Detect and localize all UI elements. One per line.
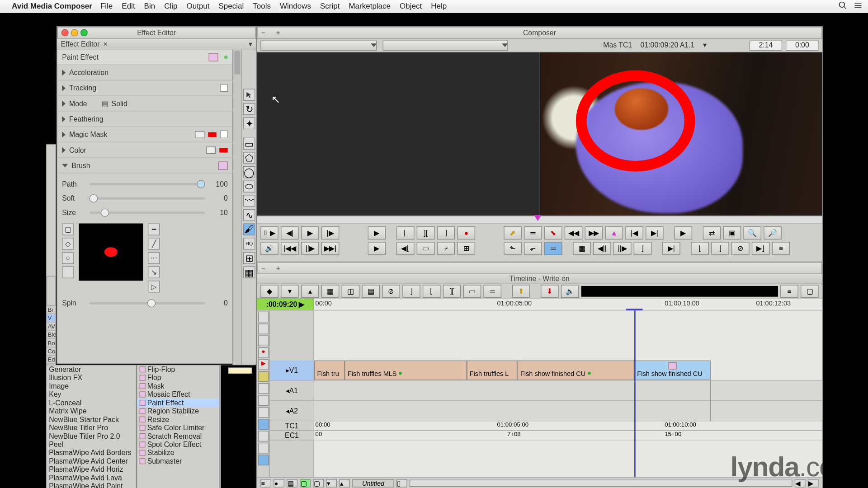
zoom-out-icon[interactable]: 🔎 [764,226,782,239]
audio-mon[interactable]: 🔊 [260,242,278,255]
replace[interactable]: ⬊ [544,226,562,239]
tl-tool-4[interactable]: ▦ [321,285,340,298]
next-frame[interactable]: ▶| [646,226,664,239]
list-item[interactable]: Illusion FX [47,374,136,382]
tl-foot-7[interactable]: ▴ [339,479,350,487]
list-item[interactable]: Submaster [137,457,219,465]
wand-tool[interactable]: ✦ [243,117,255,129]
tl-side-8[interactable] [258,395,269,406]
play[interactable]: ▶ [301,226,319,239]
brush-shape-circle[interactable]: ○ [62,252,74,264]
fast-fwd[interactable]: ▶▶ [585,226,603,239]
play-loop[interactable]: ▶ [674,226,692,239]
tl-foot-8[interactable]: ▯ [396,479,407,487]
tl-tool-12[interactable]: ═ [483,285,501,298]
effect-editor-tab[interactable]: Effect Editor × ▾ [57,39,256,50]
oval-tool[interactable]: ◯ [243,166,255,178]
k-pause[interactable]: ||▶ [301,242,319,255]
clip-2[interactable]: Fish truffles MLS [344,361,467,380]
list-item[interactable]: L-Conceal [47,399,136,407]
record-viewer[interactable] [540,52,822,216]
tl-foot-5[interactable]: ▢ [313,479,324,487]
tl-side-12[interactable] [258,443,269,454]
tl-audio-icon[interactable]: 🔈 [561,285,579,298]
list-item[interactable]: Stabilize [137,449,219,457]
brush-stroke-dashed[interactable]: ╱ [148,238,160,249]
menu-special[interactable]: Special [219,2,244,11]
brush-path-slider[interactable] [90,183,205,185]
dropdown-icon[interactable] [502,43,508,47]
brush-spin-slider[interactable] [90,302,205,305]
tl-tool-1[interactable]: ◆ [260,285,278,298]
clear-both[interactable]: ⊘ [731,242,750,255]
dropdown-icon[interactable]: ▾ [703,41,707,49]
list-item[interactable]: PlasmaWipe Avid Paint [47,482,136,488]
record-dropdown[interactable] [383,40,508,50]
menu-help[interactable]: Help [431,2,447,11]
menu-clip[interactable]: Clip [164,2,177,11]
tl-view-icon[interactable]: ▢ [801,285,819,298]
play-in-out[interactable]: ⊩▶ [260,226,278,239]
list-item[interactable]: Spot Color Effect [137,441,219,449]
timeline-titlebar[interactable]: −+ [257,262,822,274]
curve-tool[interactable]: 〰 [243,195,255,206]
tl-side-11[interactable] [258,431,269,441]
tl-foot-3[interactable]: ▤ [287,479,297,487]
list-item[interactable]: Image [47,382,136,390]
brush-size-slider[interactable] [90,211,205,214]
list-item[interactable]: Mosaic Effect [137,390,219,399]
zoom-in-icon[interactable]: 🔍 [743,226,761,239]
menu-marketplace[interactable]: Marketplace [349,2,391,11]
window-zoom-icon[interactable] [80,29,88,37]
disclosure-icon[interactable] [62,131,66,137]
list-item[interactable]: Peel [47,441,136,449]
goto-next[interactable]: ▶⌋ [752,242,770,255]
param-tracking[interactable]: Tracking [57,80,233,96]
add-marker[interactable]: ▲ [605,226,623,239]
tl-foot-2[interactable]: ● [274,479,284,487]
composer-scrubber[interactable] [257,216,822,224]
track-v1[interactable]: Fish tru Fish truffles MLS Fish truffles… [314,361,822,381]
strip-item[interactable]: Bo [47,339,56,347]
tl-foot-4[interactable]: ▢ [300,479,311,487]
segment-mode[interactable]: ═ [544,242,562,255]
goto-out[interactable]: ⌋ [634,242,652,255]
effects-items-list[interactable]: Flip-Flop Flop Mask Mosaic Effect Paint … [137,365,220,488]
play-std[interactable]: ▶| [662,242,680,255]
list-item[interactable]: Region Stabilize [137,407,219,415]
play-to-out[interactable]: ▶ [368,242,386,255]
fwd-edit[interactable]: ||▶ [613,242,632,255]
mask-preview-icon[interactable] [195,131,204,138]
v-tab-label[interactable]: V [47,314,56,322]
source-dropdown[interactable] [260,40,377,50]
list-item[interactable]: Scratch Removal [137,432,219,440]
tl-side-5[interactable]: ▶ [258,359,269,370]
mark-out[interactable]: ⌋ [437,226,455,239]
disclosure-icon[interactable] [62,85,66,91]
brush-stroke-solid[interactable]: ━ [148,224,160,235]
clip-5-selected[interactable]: Fish show finished CU [634,361,711,380]
track-ec1-label[interactable]: EC1 [270,431,313,440]
brush-shape-blank[interactable] [62,266,74,278]
record-button[interactable]: ● [457,226,475,239]
mark-clip[interactable]: ][ [417,226,435,239]
tl-tool-13[interactable]: ⬆ [512,285,530,298]
menu-ext-icon[interactable]: ≡ [772,242,790,255]
dual-mon[interactable]: ▣ [723,226,741,239]
mark-out-2[interactable]: ⌋ [711,242,729,255]
list-item[interactable]: Mask [137,382,219,390]
playhead-icon[interactable] [534,215,541,221]
play-rev[interactable]: ▶ [368,226,386,239]
prev-frame[interactable]: |◀ [625,226,643,239]
strip-item[interactable]: AV [47,322,56,330]
rect-tool[interactable]: ▭ [243,138,255,150]
rewind[interactable]: ◀◀ [565,226,583,239]
clear-in[interactable]: ⌿ [437,242,455,255]
window-close-icon[interactable] [61,29,69,37]
paint-effect-circle[interactable] [576,70,695,172]
step-back[interactable]: ◀| [281,226,299,239]
timeline-position-tc[interactable]: :00:09:20▶ [257,299,314,310]
track-a2-label[interactable]: ◂ A2 [270,401,313,421]
brush-shape-diamond[interactable]: ◇ [62,238,74,249]
clear-marks[interactable]: ▭ [417,242,435,255]
